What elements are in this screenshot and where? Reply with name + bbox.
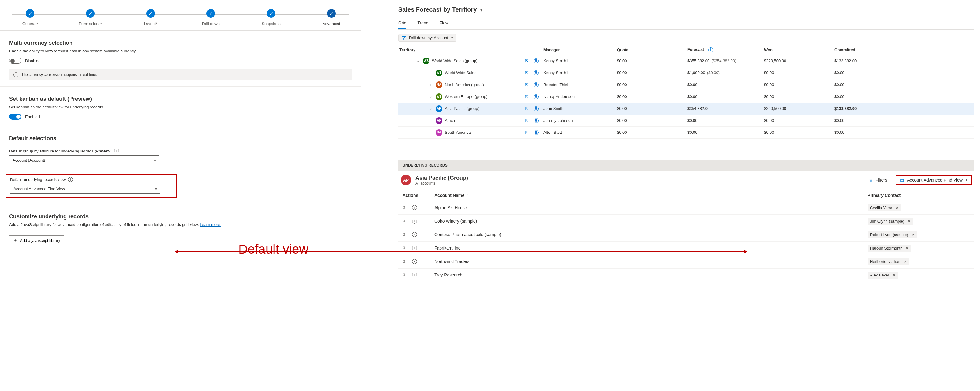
info-icon[interactable]: i: [708, 48, 713, 52]
owner-icon[interactable]: 👤: [534, 118, 539, 123]
open-record-icon[interactable]: ⇱: [525, 83, 529, 87]
col-territory-header[interactable]: Territory: [399, 48, 544, 52]
add-activity-icon[interactable]: +: [412, 232, 417, 237]
col-manager-header[interactable]: Manager: [544, 48, 617, 52]
territory-cell: ›NANorth America (group)⇱👤: [399, 81, 544, 88]
open-record-icon[interactable]: ⧉: [402, 272, 405, 277]
forecast-row[interactable]: ›WEWestern Europe (group)⇱👤Nancy Anderss…: [398, 91, 974, 103]
page-title-row[interactable]: Sales Forecast by Territory ▾: [398, 6, 974, 17]
open-record-icon[interactable]: ⇱: [525, 70, 529, 75]
forecast-row[interactable]: ›APAsia Pacific (group)⇱👤John Smith$0.00…: [398, 103, 974, 115]
open-record-icon[interactable]: ⧉: [402, 205, 405, 210]
contact-chip[interactable]: Alex Baker✕: [867, 272, 898, 279]
open-record-icon[interactable]: ⧉: [402, 246, 405, 250]
multicurrency-info-text: The currency conversion happens in real-…: [21, 73, 97, 77]
step-layout[interactable]: ✓Layout*: [120, 9, 181, 26]
remove-contact-icon[interactable]: ✕: [892, 273, 896, 277]
records-header: Actions Account Name ↑ Primary Contact: [398, 190, 974, 201]
manager-cell: Alton Stott: [544, 130, 617, 135]
owner-icon[interactable]: 👤: [534, 83, 539, 87]
forecast-row[interactable]: AFAfrica⇱👤Jeremy Johnson$0.00$0.00$0.00$…: [398, 115, 974, 127]
remove-contact-icon[interactable]: ✕: [905, 246, 909, 250]
forecast-row[interactable]: WSWorld Wide Sales⇱👤Kenny Smith1$0.00$1,…: [398, 67, 974, 79]
owner-icon[interactable]: 👤: [534, 94, 539, 99]
forecast-row[interactable]: ⌄WSWorld Wide Sales (group)⇱👤Kenny Smith…: [398, 55, 974, 67]
add-js-library-button[interactable]: ＋ Add a javascript library: [9, 235, 64, 245]
committed-cell: $0.00: [835, 94, 883, 99]
contact-name: Jim Glynn (sample): [870, 219, 904, 224]
col-forecast-header[interactable]: Forecast i: [687, 47, 764, 52]
check-icon: ✓: [26, 9, 34, 18]
open-record-icon[interactable]: ⇱: [525, 130, 529, 135]
territory-name: North America (group): [445, 83, 484, 87]
remove-contact-icon[interactable]: ✕: [904, 259, 907, 264]
record-row[interactable]: ⧉+Coho Winery (sample)Jim Glynn (sample)…: [398, 215, 974, 228]
col-won-header[interactable]: Won: [764, 48, 835, 52]
open-record-icon[interactable]: ⇱: [525, 118, 529, 123]
records-col-contact[interactable]: Primary Contact: [867, 193, 972, 198]
record-row[interactable]: ⧉+Alpine Ski HouseCecilia Viera✕: [398, 201, 974, 215]
forecast-row[interactable]: ›NANorth America (group)⇱👤Brenden Thiel$…: [398, 79, 974, 91]
owner-icon[interactable]: 👤: [534, 59, 539, 64]
drilldown-pill[interactable]: Drill down by: Account ▾: [398, 34, 457, 41]
open-record-icon[interactable]: ⇱: [525, 94, 529, 99]
territory-name: World Wide Sales: [445, 70, 476, 75]
forecast-cell: $1,000.00($0.00): [687, 70, 764, 75]
default-view-select[interactable]: Account Advanced Find View: [10, 184, 160, 194]
remove-contact-icon[interactable]: ✕: [896, 205, 899, 210]
remove-contact-icon[interactable]: ✕: [912, 232, 915, 237]
multicurrency-toggle[interactable]: [9, 57, 21, 64]
view-picker[interactable]: ▦ Account Advanced Find View ▾: [896, 175, 972, 185]
contact-chip[interactable]: Jim Glynn (sample)✕: [867, 218, 913, 225]
forecast-row[interactable]: SASouth America⇱👤Alton Stott$0.00$0.00$0…: [398, 127, 974, 139]
tab-flow[interactable]: Flow: [440, 19, 449, 29]
record-row[interactable]: ⧉+Fabrikam, Inc.Haroun Stormonth✕: [398, 242, 974, 255]
collapse-icon[interactable]: ⌄: [416, 59, 420, 63]
group-by-select[interactable]: Account (Account): [9, 155, 159, 165]
kanban-toggle-label: Enabled: [25, 114, 40, 119]
open-record-icon[interactable]: ⧉: [402, 232, 405, 237]
open-record-icon[interactable]: ⇱: [525, 59, 529, 64]
open-record-icon[interactable]: ⧉: [402, 259, 405, 264]
col-quota-header[interactable]: Quota: [617, 48, 687, 52]
owner-icon[interactable]: 👤: [534, 70, 539, 75]
contact-chip[interactable]: Cecilia Viera✕: [867, 204, 901, 211]
filters-button[interactable]: Filters: [869, 178, 887, 183]
step-general[interactable]: ✓General*: [0, 9, 60, 26]
col-committed-header[interactable]: Committed: [835, 48, 883, 52]
kanban-toggle[interactable]: [9, 114, 21, 120]
record-row[interactable]: ⧉+Contoso Pharmaceuticals (sample)Robert…: [398, 228, 974, 242]
open-record-icon[interactable]: ⧉: [402, 219, 405, 224]
record-row[interactable]: ⧉+Trey ResearchAlex Baker✕: [398, 269, 974, 282]
tab-grid[interactable]: Grid: [398, 19, 406, 29]
step-label: General*: [0, 21, 60, 26]
add-activity-icon[interactable]: +: [412, 246, 417, 250]
add-activity-icon[interactable]: +: [412, 259, 417, 264]
expand-icon[interactable]: ›: [429, 83, 433, 87]
info-icon[interactable]: i: [114, 148, 119, 153]
open-record-icon[interactable]: ⇱: [525, 106, 529, 111]
contact-chip[interactable]: Heriberto Nathan✕: [867, 258, 909, 265]
won-cell: $220,500.00: [764, 106, 835, 111]
add-activity-icon[interactable]: +: [412, 205, 417, 210]
contact-chip[interactable]: Robert Lyon (sample)✕: [867, 231, 917, 238]
records-col-actions[interactable]: Actions: [401, 193, 434, 198]
expand-icon[interactable]: ›: [429, 106, 433, 111]
step-drill-down[interactable]: ✓Drill down: [181, 9, 241, 26]
records-col-name[interactable]: Account Name ↑: [434, 193, 867, 198]
contact-chip[interactable]: Haroun Stormonth✕: [867, 245, 912, 252]
territory-avatar: AF: [436, 117, 442, 124]
step-snapshots[interactable]: ✓Snapshots: [241, 9, 301, 26]
info-icon[interactable]: i: [68, 177, 73, 182]
step-permissions[interactable]: ✓Permissions*: [60, 9, 121, 26]
expand-icon[interactable]: ›: [429, 95, 433, 99]
step-advanced[interactable]: ✓Advanced: [301, 9, 361, 26]
owner-icon[interactable]: 👤: [534, 106, 539, 111]
owner-icon[interactable]: 👤: [534, 130, 539, 135]
record-row[interactable]: ⧉+Northwind TradersHeriberto Nathan✕: [398, 255, 974, 269]
tab-trend[interactable]: Trend: [417, 19, 428, 29]
add-activity-icon[interactable]: +: [412, 219, 417, 224]
add-activity-icon[interactable]: +: [412, 272, 417, 277]
remove-contact-icon[interactable]: ✕: [907, 219, 911, 224]
learn-more-link[interactable]: Learn more.: [200, 222, 221, 227]
